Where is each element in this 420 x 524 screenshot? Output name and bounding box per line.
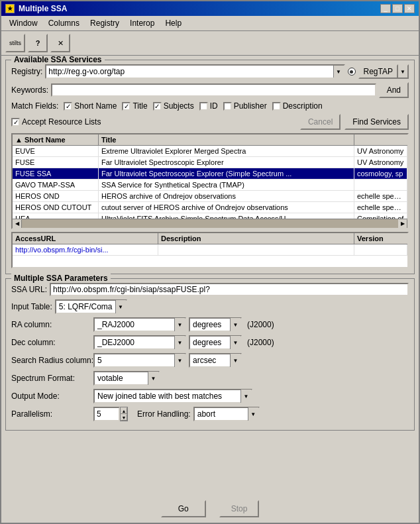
accept-resource-lists[interactable]: Accept Resource Lists (11, 117, 101, 127)
regtap-dropdown-arrow[interactable]: ▼ (398, 64, 409, 79)
stop-button[interactable]: Stop (219, 500, 260, 517)
field-description[interactable]: Description (272, 101, 323, 111)
scroll-track[interactable] (22, 219, 398, 229)
ra-unit-arrow[interactable]: ▼ (230, 318, 240, 331)
cancel-button[interactable]: Cancel (300, 114, 341, 130)
regtap-radio[interactable] (348, 68, 356, 76)
search-unit-arrow[interactable]: ▼ (230, 354, 240, 367)
menu-window[interactable]: Window (4, 17, 43, 29)
detail-row[interactable]: http://vo.obspm.fr/cgi-bin/si... (13, 244, 407, 256)
table-row[interactable]: EUVE Extreme Ultraviolet Explorer Merged… (13, 146, 407, 157)
match-fields-row: Match Fields: Short Name Title Subjects … (11, 101, 409, 111)
keywords-input[interactable] (51, 83, 376, 97)
keywords-row: Keywords: And (11, 82, 409, 98)
output-mode-select[interactable]: New joined table with best matches ▼ (93, 389, 252, 403)
menu-columns[interactable]: Columns (43, 17, 85, 29)
id-checkbox[interactable] (199, 102, 208, 111)
td-version (354, 244, 407, 255)
td-extra: echelle spectra (354, 191, 407, 201)
scroll-left-arrow[interactable]: ◀ (13, 219, 22, 229)
td-short-name: FUSE (13, 157, 99, 168)
subjects-checkbox[interactable] (153, 102, 162, 111)
find-services-button[interactable]: Find Services (344, 114, 409, 130)
th-short-name[interactable]: ▲ Short Name (13, 134, 99, 145)
menu-interop[interactable]: Interop (125, 17, 160, 29)
td-short-name: FUSE SSA (13, 168, 99, 179)
ssa-params-group: Multiple SSA Parameters SSA URL: Input T… (5, 278, 415, 431)
output-mode-value: New joined table with best matches (95, 391, 240, 401)
close-button2[interactable]: ✕ (50, 34, 70, 52)
spectrum-format-arrow[interactable]: ▼ (148, 372, 158, 385)
menu-help[interactable]: Help (160, 17, 187, 29)
table-row-selected[interactable]: FUSE SSA Far Ultraviolet Spectroscopic E… (13, 168, 407, 180)
spectrum-format-select[interactable]: votable ▼ (93, 371, 160, 386)
search-radius-select[interactable]: 5 ▼ (93, 353, 186, 368)
field-subjects[interactable]: Subjects (153, 101, 194, 111)
publisher-checkbox[interactable] (223, 102, 232, 111)
input-table-row: Input Table: 5: LQRF/Coma ▼ (11, 299, 409, 314)
detail-table: AccessURL Description Version http://vo.… (11, 232, 409, 268)
th-extra (354, 134, 407, 145)
and-button[interactable]: And (379, 82, 409, 98)
output-mode-label: Output Mode: (11, 392, 91, 401)
table-row[interactable]: HEA UltraViolet FITS Archive Simple Spec… (13, 213, 407, 219)
spinner-down-button[interactable]: ▼ (121, 414, 127, 421)
maximize-button[interactable]: □ (392, 4, 403, 13)
table-body[interactable]: EUVE Extreme Ultraviolet Explorer Merged… (13, 146, 407, 219)
ra-column-row: RA column: _RAJ2000 ▼ degrees ▼ (J2000) (11, 317, 409, 332)
field-title[interactable]: Title (122, 101, 147, 111)
td-extra: cosmology, sp (354, 168, 407, 179)
registry-row: Registry: ▼ RegTAP ▼ (11, 64, 409, 79)
td-extra: echelle spectra (354, 202, 407, 213)
td-access-url[interactable]: http://vo.obspm.fr/cgi-bin/si... (13, 244, 158, 255)
scroll-right-arrow[interactable]: ▶ (398, 219, 407, 229)
menu-registry[interactable]: Registry (85, 17, 125, 29)
table-row[interactable]: FUSE Far Ultraviolet Spectroscopic Explo… (13, 157, 407, 168)
parallelism-input[interactable] (93, 407, 120, 421)
dec-column-arrow[interactable]: ▼ (174, 336, 185, 349)
field-short-name[interactable]: Short Name (64, 101, 117, 111)
accept-row: Accept Resource Lists (11, 117, 101, 127)
registry-dropdown-arrow[interactable]: ▼ (333, 66, 344, 78)
table-row[interactable]: HEROS OND HEROS archive of Ondrejov obse… (13, 191, 407, 202)
search-radius-label: Search Radius column: (11, 356, 91, 365)
table-header: ▲ Short Name Title (13, 134, 407, 146)
minimize-button[interactable]: _ (380, 4, 391, 13)
short-name-checkbox[interactable] (64, 102, 72, 111)
output-mode-arrow[interactable]: ▼ (240, 390, 251, 403)
help-button[interactable]: ? (28, 34, 48, 52)
error-handling-value: abort (195, 409, 248, 419)
dec-unit-select[interactable]: degrees ▼ (189, 335, 242, 350)
input-table-select[interactable]: 5: LQRF/Coma ▼ (55, 299, 127, 314)
spinner-up-button[interactable]: ▲ (121, 407, 127, 414)
scroll-x-bar[interactable]: ◀ ▶ (13, 219, 407, 228)
error-handling-arrow[interactable]: ▼ (248, 407, 258, 421)
table-row[interactable]: GAVO TMAP-SSA SSA Service for Synthetica… (13, 180, 407, 191)
error-handling-label: Error Handling: (137, 409, 191, 419)
ra-column-select[interactable]: _RAJ2000 ▼ (93, 317, 186, 332)
ra-unit-select[interactable]: degrees ▼ (189, 317, 242, 332)
description-checkbox[interactable] (272, 102, 281, 111)
field-publisher[interactable]: Publisher (223, 101, 267, 111)
keywords-label: Keywords: (11, 85, 48, 95)
registry-input[interactable] (46, 66, 333, 78)
input-table-arrow[interactable]: ▼ (115, 300, 126, 313)
stilts-button[interactable]: stilts (5, 34, 25, 52)
dec-unit-arrow[interactable]: ▼ (230, 336, 240, 349)
th-title[interactable]: Title (99, 134, 354, 145)
td-short-name: HEROS OND CUTOUT (13, 202, 99, 213)
main-window: ★ Multiple SSA _ □ ✕ Window Columns Regi… (0, 0, 420, 524)
dec-column-select[interactable]: _DEJ2000 ▼ (93, 335, 186, 350)
close-button[interactable]: ✕ (404, 4, 415, 13)
title-checkbox[interactable] (122, 102, 131, 111)
field-id[interactable]: ID (199, 101, 218, 111)
go-button[interactable]: Go (161, 500, 206, 517)
search-unit-select[interactable]: arcsec ▼ (189, 353, 242, 368)
ssa-url-input[interactable] (50, 283, 409, 296)
error-handling-select[interactable]: abort ▼ (193, 407, 260, 421)
accept-checkbox[interactable] (11, 118, 20, 127)
search-radius-arrow[interactable]: ▼ (174, 354, 185, 367)
dec-column-label: Dec column: (11, 338, 91, 347)
ra-column-arrow[interactable]: ▼ (174, 318, 185, 331)
table-row[interactable]: HEROS OND CUTOUT cutout server of HEROS … (13, 202, 407, 213)
